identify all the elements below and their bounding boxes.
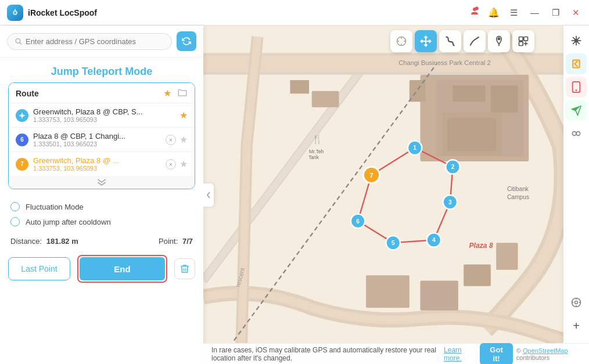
svg-rect-18: [453, 85, 486, 102]
item-star-2[interactable]: ★: [179, 134, 188, 145]
menu-icon[interactable]: ☰: [508, 6, 520, 19]
route-item: Greenwitch, Plaza 8 @ CBP, S... 1.333753…: [9, 103, 195, 127]
osm-link[interactable]: OpenStreetMap: [523, 347, 568, 354]
fluctuation-radio[interactable]: [10, 202, 20, 211]
app-title: iRocket LocSpoof: [28, 8, 97, 17]
import-tool-button[interactable]: [512, 30, 534, 52]
app-icon: [7, 5, 23, 21]
route-label: Route: [16, 89, 39, 98]
svg-point-6: [21, 114, 23, 117]
distance-label: Distance:: [10, 237, 42, 246]
point-stat: Point: 7/7: [159, 237, 193, 246]
move-tool-button[interactable]: [415, 30, 437, 52]
route-item: 6 Plaza 8 @ CBP, 1 Changi... 1.333501, 1…: [9, 127, 195, 152]
last-point-button[interactable]: Last Point: [8, 257, 70, 280]
route-expand-button[interactable]: [9, 176, 195, 189]
delete-button[interactable]: [174, 258, 195, 279]
auto-jump-option: Auto jump after cooldown: [10, 217, 193, 226]
item-delete-2[interactable]: ×: [166, 135, 176, 145]
svg-text:3: 3: [448, 199, 452, 206]
auto-jump-label: Auto jump after cooldown: [26, 218, 111, 226]
top-toolbar: [390, 30, 534, 52]
minimize-button[interactable]: —: [528, 6, 541, 19]
route-info-1: Greenwitch, Plaza 8 @ CBP, S... 1.333753…: [33, 107, 175, 123]
restore-button[interactable]: ❐: [550, 6, 562, 19]
zoom-in-button[interactable]: +: [566, 315, 587, 336]
route-actions: ★: [163, 88, 188, 99]
route-item-actions-3: × ★: [166, 158, 188, 170]
stats-row: Distance: 181.82 m Point: 7/7: [0, 231, 203, 251]
got-it-button[interactable]: Got it!: [480, 343, 513, 365]
route-header: Route ★: [9, 83, 195, 103]
bottom-bar: In rare cases, iOS may calibrate GPS and…: [203, 343, 589, 364]
svg-rect-21: [447, 118, 496, 150]
route-star-icon[interactable]: ★: [163, 88, 171, 99]
svg-point-77: [575, 39, 578, 42]
svg-rect-26: [420, 280, 458, 310]
user-icon[interactable]: [469, 6, 480, 19]
svg-point-1: [14, 11, 17, 14]
end-button-wrap: End: [77, 255, 167, 283]
distance-value: 181.82 m: [46, 237, 78, 246]
map-area[interactable]: Changi Business Park Central 2 Citibank …: [203, 26, 563, 364]
svg-rect-28: [496, 243, 518, 270]
end-button[interactable]: End: [80, 257, 165, 280]
bell-icon[interactable]: 🔔: [488, 7, 500, 18]
svg-rect-78: [573, 60, 580, 67]
svg-point-82: [572, 132, 576, 136]
route-dot-1: [16, 109, 28, 122]
compass-tool-button[interactable]: [390, 30, 412, 52]
route-tool-button[interactable]: [439, 30, 461, 52]
device-button[interactable]: [566, 77, 587, 98]
search-input-wrap[interactable]: [7, 33, 172, 50]
route-info-2: Plaza 8 @ CBP, 1 Changi... 1.333501, 103…: [33, 132, 161, 147]
collapse-panel-button[interactable]: [203, 183, 214, 207]
send-button[interactable]: [566, 100, 587, 121]
refresh-button[interactable]: [177, 31, 196, 51]
options-section: Fluctuation Mode Auto jump after cooldow…: [0, 195, 203, 231]
pin-tool-button[interactable]: [488, 30, 510, 52]
svg-rect-19: [491, 85, 518, 113]
right-toolbar: + −: [563, 26, 589, 364]
item-delete-3[interactable]: ×: [166, 159, 176, 170]
svg-rect-23: [312, 91, 339, 107]
item-star-3[interactable]: ★: [179, 158, 188, 170]
fluctuation-label: Fluctuation Mode: [26, 203, 84, 211]
learn-more-link[interactable]: Learn more.: [444, 346, 472, 362]
main-area: Jump Teleport Mode Route ★: [0, 26, 589, 364]
trash-icon: [179, 264, 190, 274]
freeze-button[interactable]: [566, 30, 587, 51]
connect-button[interactable]: [566, 123, 587, 144]
svg-text:Citibank: Citibank: [507, 186, 529, 192]
osm-credit: © OpenStreetMap contributors: [516, 347, 581, 361]
route-info-3: Greenwitch, Plaza 8 @ ... 1.333753, 103.…: [33, 156, 161, 172]
svg-text:Tarik: Tarik: [308, 154, 319, 160]
route-coords-1: 1.333753, 103.965093: [33, 116, 175, 123]
fluctuation-option: Fluctuation Mode: [10, 202, 193, 211]
svg-point-4: [16, 39, 20, 44]
point-value: 7/7: [182, 237, 193, 246]
svg-text:1: 1: [413, 145, 416, 151]
curve-tool-button[interactable]: [464, 30, 486, 52]
route-coords-2: 1.333501, 103.965023: [33, 140, 161, 147]
route-name-1: Greenwitch, Plaza 8 @ CBP, S...: [33, 107, 175, 116]
refresh-icon: [182, 37, 191, 46]
route-coords-3: 1.333753, 103.965093: [33, 165, 161, 172]
close-button[interactable]: ✕: [570, 6, 582, 19]
svg-rect-25: [366, 275, 410, 308]
search-input[interactable]: [26, 37, 164, 46]
svg-rect-70: [519, 42, 523, 46]
svg-rect-24: [290, 80, 309, 93]
route-box: Route ★: [8, 82, 195, 189]
map-compass-button[interactable]: [566, 292, 587, 313]
svg-rect-68: [519, 37, 523, 41]
svg-rect-27: [464, 264, 491, 286]
back-arrow-button[interactable]: [566, 53, 587, 74]
search-bar: [0, 26, 203, 57]
auto-jump-radio[interactable]: [10, 217, 20, 226]
svg-point-3: [475, 7, 479, 10]
item-star-1[interactable]: ★: [179, 110, 188, 121]
svg-text:Mr.Teh: Mr.Teh: [309, 149, 324, 154]
svg-text:6: 6: [356, 218, 360, 225]
route-folder-icon[interactable]: [177, 88, 188, 99]
